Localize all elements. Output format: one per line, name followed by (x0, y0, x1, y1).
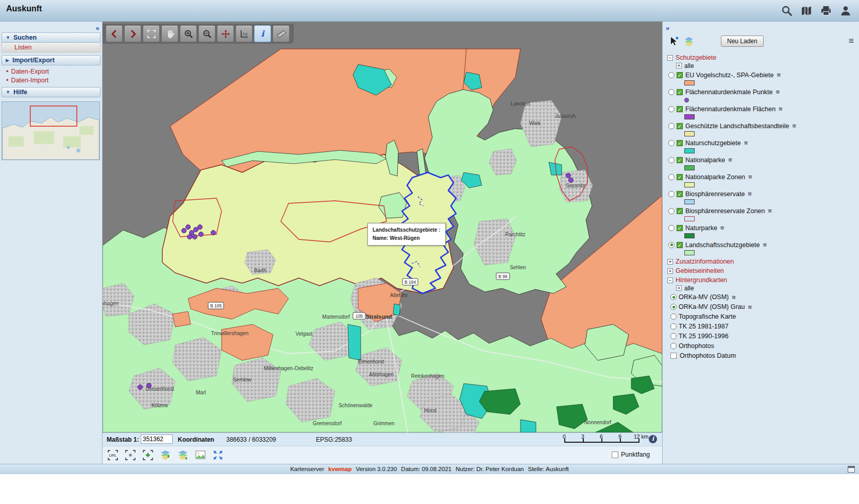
search-icon[interactable] (781, 5, 793, 17)
expand-icon[interactable]: + (676, 285, 682, 291)
panel-menu-icon[interactable]: ≡ (849, 36, 854, 46)
expand-icon[interactable]: + (667, 268, 673, 274)
layer-checkbox[interactable]: ✓ (677, 89, 683, 95)
layer-checkbox[interactable]: ✓ (677, 191, 683, 197)
layer-label[interactable]: Nationalparke Zonen (685, 173, 745, 181)
layer-checkbox[interactable]: ✓ (677, 208, 683, 214)
coordinates-tool-button[interactable]: x,y (235, 25, 252, 42)
layer-checkbox[interactable]: ✓ (677, 123, 683, 129)
map-image-export-icon[interactable] (194, 449, 207, 461)
layer-radio[interactable] (668, 72, 675, 78)
collapse-icon[interactable]: − (667, 277, 673, 283)
map-view[interactable]: B 105 B 105 B 96 B 194 105 Wiek Lancken (103, 22, 662, 432)
expand-icon[interactable]: + (676, 63, 682, 68)
layer-label[interactable]: Naturparke (685, 224, 717, 232)
bg-layer-label[interactable]: TK 25 1990-1996 (679, 333, 729, 340)
layer-menu-icon[interactable]: ≡ (793, 122, 797, 130)
layer-checkbox[interactable]: ✓ (677, 174, 683, 180)
layer-label[interactable]: Biosphärenreservate Zonen (685, 207, 765, 215)
info-tool-button[interactable]: i (254, 25, 271, 42)
layer-menu-icon[interactable]: ≡ (768, 207, 772, 215)
print-icon[interactable] (820, 5, 832, 17)
bg-layer-radio[interactable] (670, 314, 677, 320)
bg-layer-radio[interactable] (670, 323, 677, 329)
zoom-out-button[interactable] (198, 25, 215, 42)
bg-layer-checkbox[interactable] (670, 353, 677, 359)
tree-group-zusatzinformationen[interactable]: + Zusatzinformationen (664, 257, 858, 266)
layer-menu-icon[interactable]: ≡ (720, 224, 725, 232)
footer-brand[interactable]: kvwmap (328, 466, 351, 472)
layer-checkbox[interactable]: ✓ (677, 72, 683, 78)
pan-button[interactable] (161, 25, 178, 42)
layer-menu-icon[interactable]: ≡ (763, 241, 767, 249)
layer-radio[interactable] (668, 157, 675, 163)
collapse-icon[interactable]: − (667, 55, 673, 61)
footer-window-icon[interactable] (848, 466, 855, 473)
forward-button[interactable] (124, 25, 141, 42)
layer-checkbox[interactable]: ✓ (677, 225, 683, 231)
layer-radio[interactable] (668, 174, 675, 180)
bg-layer-label[interactable]: TK 25 1981-1987 (679, 323, 729, 330)
layer-radio[interactable] (668, 208, 675, 214)
bg-layer-radio-selected[interactable] (670, 294, 677, 300)
layer-menu-icon[interactable]: ≡ (777, 71, 781, 79)
scale-input[interactable] (141, 435, 173, 444)
layer-label[interactable]: Landschaftsschutzgebiete (685, 241, 760, 249)
user-icon[interactable] (839, 5, 852, 17)
bg-layer-radio-selected[interactable] (670, 304, 677, 310)
layer-radio-selected[interactable] (668, 242, 675, 248)
layer-label[interactable]: Nationalparke (685, 157, 725, 164)
tree-alle-hintergrund[interactable]: + alle (664, 284, 858, 292)
layer-radio[interactable] (668, 89, 675, 95)
bg-layer-label[interactable]: Orthophotos (679, 342, 714, 350)
layer-label[interactable]: Naturschutzgebiete (685, 140, 741, 147)
map-icon[interactable] (800, 5, 813, 17)
link-daten-import[interactable]: • Daten-Import (0, 76, 102, 84)
layer-radio[interactable] (668, 123, 675, 129)
layer-label[interactable]: Geschützte Landschaftsbestandteile (685, 123, 789, 130)
bg-layer-label[interactable]: Orthophotos Datum (680, 352, 736, 359)
layer-menu-icon[interactable]: ≡ (748, 190, 752, 198)
layer-checkbox[interactable]: ✓ (677, 242, 683, 248)
layer-label[interactable]: Flächennaturdenkmale Punkte (685, 89, 773, 96)
layer-radio[interactable] (668, 191, 675, 197)
layer-menu-icon[interactable]: ≡ (732, 293, 736, 301)
layer-menu-icon[interactable]: ≡ (779, 105, 783, 113)
zoom-box-icon[interactable] (124, 449, 137, 461)
accordion-hilfe[interactable]: ▼ Hilfe (2, 87, 100, 97)
zoom-box-add-icon[interactable] (142, 449, 154, 461)
bg-layer-radio[interactable] (670, 333, 677, 339)
punktfang-checkbox[interactable] (612, 451, 618, 458)
layer-label[interactable]: Flächennaturdenkmale Flächen (685, 106, 776, 113)
bg-layer-radio[interactable] (670, 343, 677, 349)
zoom-in-button[interactable] (180, 25, 197, 42)
reload-button[interactable]: Neu Laden (721, 36, 764, 47)
layer-label[interactable]: Biosphärenreservate (685, 190, 745, 198)
bg-layer-label[interactable]: ORKa-MV (OSM) Grau (679, 303, 745, 310)
tree-alle-schutzgebiete[interactable]: + alle (664, 62, 858, 69)
layer-label[interactable]: EU Vogelschutz-, SPA-Gebiete (685, 72, 773, 79)
identify-cursor-icon[interactable] (669, 36, 679, 46)
tree-group-hintergrundkarten[interactable]: − Hintergrundkarten (664, 276, 858, 284)
layer-download-icon[interactable] (159, 449, 172, 461)
layer-menu-icon[interactable]: ≡ (744, 139, 748, 147)
full-extent-button[interactable] (143, 25, 160, 42)
back-button[interactable] (106, 25, 123, 42)
layer-menu-icon[interactable]: ≡ (776, 88, 780, 96)
layer-menu-icon[interactable]: ≡ (748, 303, 752, 311)
expand-icon[interactable]: + (667, 259, 673, 265)
overview-map[interactable] (2, 101, 100, 160)
menu-item-listen[interactable]: Listen (2, 43, 100, 53)
layer-checkbox[interactable]: ✓ (677, 140, 683, 146)
sidebar-collapse-icon[interactable]: « (96, 24, 99, 32)
tree-group-schutzgebiete[interactable]: − Schutzgebiete (664, 54, 858, 62)
layer-checkbox[interactable]: ✓ (677, 106, 683, 112)
accordion-suchen[interactable]: ▼ Suchen (2, 32, 100, 43)
layers-icon[interactable] (684, 36, 694, 46)
layer-radio[interactable] (668, 225, 675, 231)
layer-checkbox[interactable]: ✓ (677, 157, 683, 163)
accordion-import-export[interactable]: ▶ Import/Export (2, 55, 100, 65)
measure-button[interactable] (273, 25, 290, 42)
layer-upload-icon[interactable] (177, 449, 189, 461)
permalink-url-icon[interactable]: URL (107, 449, 119, 461)
